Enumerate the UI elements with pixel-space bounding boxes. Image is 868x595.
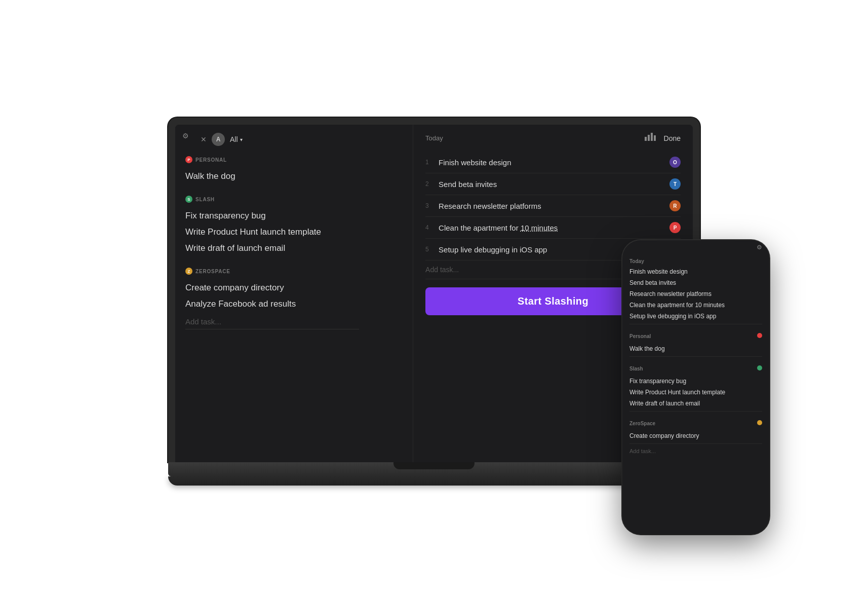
phone-group-header-personal: Personal (629, 329, 762, 341)
laptop-notch (393, 462, 475, 469)
close-icon[interactable]: ✕ (201, 135, 207, 143)
avatar: A (212, 133, 225, 146)
table-row[interactable]: 2 Send beta invites T (425, 173, 681, 195)
phone-task-item[interactable]: Setup live debugging in iOS app (629, 311, 762, 322)
phone-task-item[interactable]: Write Product Hunt launch template (629, 387, 762, 398)
phone-add-task[interactable]: Add task... (629, 448, 762, 454)
phone-content: Today Finish website design Send beta in… (622, 254, 769, 534)
task-item[interactable]: Analyze Facebook ad results (185, 296, 403, 312)
phone-group-dot-personal (757, 333, 762, 338)
task-text: Research newsletter platforms (439, 202, 663, 210)
phone-group-header-zerospace: ZeroSpace (629, 417, 762, 428)
task-text: Finish website design (439, 158, 663, 167)
add-task-input[interactable]: Add task... (185, 314, 359, 329)
task-number: 2 (425, 180, 432, 188)
phone-task-item[interactable]: Finish website design (629, 266, 762, 277)
table-row[interactable]: 1 Finish website design O (425, 152, 681, 173)
laptop-screen-outer: ⚙ ✕ A All ▾ (168, 118, 700, 462)
task-text: Send beta invites (439, 180, 663, 189)
phone-group-label: ZeroSpace (629, 421, 655, 426)
today-label: Today (425, 134, 443, 142)
chart-icon (645, 133, 656, 143)
phone-task-item[interactable]: Send beta invites (629, 277, 762, 288)
group-slash: S SLASH Fix transparency bug Write Produ… (185, 196, 403, 256)
group-zerospace: Z ZEROSPACE Create company directory Ana… (185, 268, 403, 329)
phone-group-label: Slash (629, 366, 643, 371)
phone-task-item[interactable]: Walk the dog (629, 343, 762, 354)
all-dropdown[interactable]: All ▾ (230, 135, 243, 143)
phone-status-bar: ⚙ (622, 240, 769, 254)
phone-divider (629, 324, 762, 324)
task-number: 1 (425, 159, 432, 166)
phone-today-label: Today (629, 258, 762, 264)
group-label-personal: PERSONAL (195, 157, 227, 163)
table-row[interactable]: 4 Clean the apartment for 10 minutes P (425, 217, 681, 239)
group-dot-slash: S (185, 196, 192, 203)
task-item[interactable]: Walk the dog (185, 168, 403, 184)
group-dot-zerospace: Z (185, 268, 192, 275)
laptop: ⚙ ✕ A All ▾ (168, 118, 700, 498)
avatar: R (669, 200, 681, 211)
phone-task-item[interactable]: Clean the apartment for 10 minutes (629, 300, 762, 311)
laptop-screen: ⚙ ✕ A All ▾ (175, 125, 693, 462)
phone-task-item[interactable]: Fix transparency bug (629, 376, 762, 387)
phone-task-item[interactable]: Create company directory (629, 430, 762, 441)
svg-rect-1 (648, 135, 650, 141)
phone-group-dot-slash (757, 365, 762, 370)
task-item[interactable]: Create company directory (185, 280, 403, 296)
group-header-personal: P PERSONAL (185, 156, 403, 163)
group-dot-personal: P (185, 156, 192, 163)
phone-group-label: Personal (629, 333, 651, 339)
task-text: Clean the apartment for 10 minutes (439, 224, 663, 232)
phone-gear-icon[interactable]: ⚙ (757, 244, 762, 251)
task-item[interactable]: Fix transparency bug (185, 208, 403, 224)
phone-group-header-slash: Slash (629, 362, 762, 374)
svg-rect-3 (654, 135, 656, 141)
left-header: ⚙ ✕ A All ▾ (185, 133, 403, 146)
phone-divider (629, 443, 762, 444)
laptop-base (168, 462, 700, 476)
group-personal: P PERSONAL Walk the dog (185, 156, 403, 184)
phone-divider (629, 411, 762, 412)
laptop-foot (168, 476, 700, 486)
phone-task-item[interactable]: Research newsletter platforms (629, 288, 762, 300)
group-label-slash: SLASH (195, 197, 215, 202)
task-item[interactable]: Write Product Hunt launch template (185, 224, 403, 240)
svg-rect-0 (645, 137, 647, 141)
group-header-slash: S SLASH (185, 196, 403, 203)
avatar: O (669, 157, 681, 168)
phone: ⚙ Today Finish website design Send beta … (622, 240, 769, 534)
avatar: T (669, 178, 681, 190)
group-header-zerospace: Z ZEROSPACE (185, 268, 403, 275)
gear-icon[interactable]: ⚙ (182, 132, 189, 140)
scene: ⚙ ✕ A All ▾ (0, 0, 868, 595)
done-button[interactable]: Done (664, 134, 681, 142)
phone-group-dot-zerospace (757, 420, 762, 425)
left-panel: ⚙ ✕ A All ▾ (175, 125, 413, 462)
avatar: P (669, 222, 681, 233)
app-layout: ⚙ ✕ A All ▾ (175, 125, 693, 462)
task-number: 5 (425, 246, 432, 253)
task-number: 3 (425, 202, 432, 209)
phone-task-item[interactable]: Write draft of launch email (629, 398, 762, 409)
task-number: 4 (425, 224, 432, 231)
task-item[interactable]: Write draft of launch email (185, 240, 403, 256)
right-header: Today Done (425, 133, 681, 143)
table-row[interactable]: 3 Research newsletter platforms R (425, 195, 681, 217)
svg-rect-2 (651, 133, 653, 141)
phone-divider (629, 356, 762, 357)
group-label-zerospace: ZEROSPACE (195, 269, 230, 274)
